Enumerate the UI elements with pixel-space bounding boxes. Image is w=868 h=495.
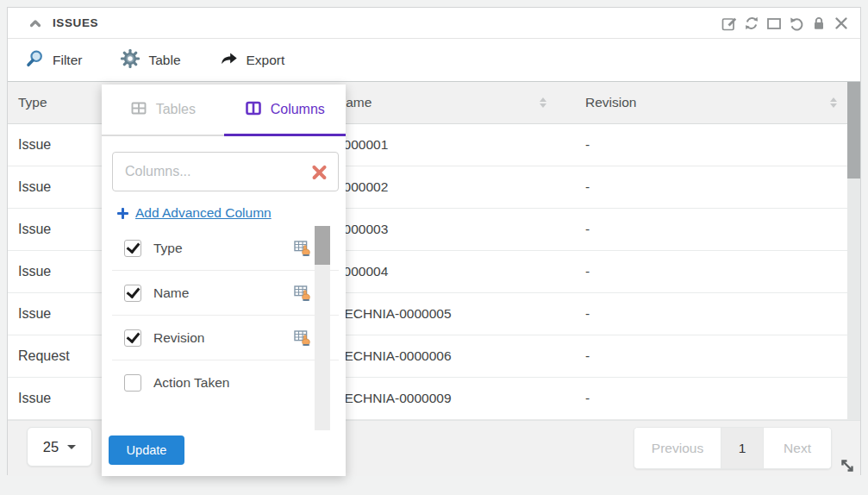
table-scrollbar-thumb[interactable] <box>847 82 860 179</box>
column-item-label: Name <box>153 285 189 301</box>
panel-titlebar: ISSUES <box>8 8 860 39</box>
cell-revision: - <box>570 222 847 237</box>
column-header-type-label: Type <box>18 95 47 110</box>
resize-handle-icon[interactable] <box>837 455 858 476</box>
cell-name: TECHNIA-0000009 <box>322 391 570 406</box>
titlebar-icon-group <box>720 14 850 32</box>
column-checkbox[interactable] <box>124 329 141 347</box>
column-item-label: Revision <box>153 330 204 346</box>
column-header-revision[interactable]: Revision <box>570 82 847 123</box>
sort-icon <box>830 97 837 108</box>
cell-revision: - <box>570 306 847 322</box>
table-scrollbar[interactable] <box>847 82 860 420</box>
lock-icon[interactable] <box>809 14 827 32</box>
cell-name: 0000003 <box>322 222 570 237</box>
refresh-icon[interactable] <box>742 14 760 32</box>
column-list: Type Name Revision <box>112 226 339 431</box>
gear-icon <box>120 48 141 72</box>
undo-icon[interactable] <box>787 14 805 32</box>
clear-search-icon[interactable] <box>310 163 328 181</box>
page-size-value: 25 <box>43 439 59 455</box>
column-list-scrollbar-thumb[interactable] <box>315 226 330 265</box>
column-checkbox[interactable] <box>124 285 141 302</box>
close-icon[interactable] <box>832 14 850 32</box>
pagination: Previous 1 Next <box>634 427 832 469</box>
update-button[interactable]: Update <box>109 435 184 465</box>
maximize-icon[interactable] <box>765 14 783 32</box>
next-page-button[interactable]: Next <box>764 428 831 468</box>
export-button[interactable]: Export <box>219 49 285 71</box>
tables-icon <box>130 99 147 120</box>
export-arrow-icon <box>219 49 239 71</box>
column-list-item: Type <box>112 226 339 271</box>
chevron-down-icon <box>67 445 76 449</box>
panel-title: ISSUES <box>53 16 98 29</box>
table-click-icon[interactable] <box>294 329 311 347</box>
cell-name: 0000001 <box>322 137 570 153</box>
table-label: Table <box>148 53 180 68</box>
cell-revision: - <box>570 264 847 279</box>
column-item-label: Type <box>153 241 183 256</box>
cell-name: TECHNIA-0000005 <box>322 306 570 322</box>
add-advanced-column-link[interactable]: Add Advanced Column <box>117 205 339 221</box>
tab-columns-label: Columns <box>271 102 325 117</box>
column-list-item: Name <box>112 271 339 316</box>
search-icon <box>25 48 45 72</box>
tab-columns[interactable]: Columns <box>224 85 347 136</box>
popup-tabs: Tables Columns <box>102 85 346 136</box>
cell-name: TECHNIA-0000006 <box>322 348 570 364</box>
cell-name: 0000004 <box>322 264 570 279</box>
current-page-button[interactable]: 1 <box>721 428 764 468</box>
tab-tables[interactable]: Tables <box>102 85 224 136</box>
columns-icon <box>245 99 262 120</box>
filter-label: Filter <box>53 53 82 68</box>
column-list-item: Revision <box>112 316 339 360</box>
table-toolbar: Filter <box>8 39 860 82</box>
collapse-chevron-icon[interactable] <box>27 15 44 32</box>
filter-button[interactable]: Filter <box>25 48 82 72</box>
popup-body: Add Advanced Column Type Name <box>102 136 346 431</box>
column-list-item: Action Taken <box>112 360 339 405</box>
edit-icon[interactable] <box>720 14 738 32</box>
column-checkbox[interactable] <box>124 374 141 392</box>
sort-icon <box>540 97 546 108</box>
previous-page-button[interactable]: Previous <box>634 428 721 468</box>
table-settings-button[interactable]: Table <box>120 48 180 72</box>
column-search <box>112 152 339 191</box>
plus-icon <box>117 208 128 219</box>
column-list-scrollbar[interactable] <box>315 226 330 430</box>
page-size-select[interactable]: 25 <box>27 427 92 467</box>
cell-revision: - <box>570 137 847 153</box>
column-search-input[interactable] <box>112 152 339 191</box>
column-header-name[interactable]: Name <box>322 82 570 123</box>
column-item-label: Action Taken <box>153 375 229 391</box>
export-label: Export <box>247 53 285 68</box>
column-checkbox[interactable] <box>124 240 141 257</box>
add-advanced-column-label: Add Advanced Column <box>135 205 272 221</box>
cell-revision: - <box>570 348 847 364</box>
table-click-icon[interactable] <box>294 285 311 302</box>
table-click-icon[interactable] <box>294 240 311 257</box>
issues-panel: ISSUES F <box>7 7 861 475</box>
cell-revision: - <box>570 179 847 195</box>
column-header-revision-label: Revision <box>585 95 636 110</box>
tab-tables-label: Tables <box>156 102 196 117</box>
column-config-popup: Tables Columns Add Advanced Column Type <box>102 85 346 476</box>
cell-revision: - <box>570 391 847 406</box>
cell-name: 0000002 <box>322 179 570 195</box>
